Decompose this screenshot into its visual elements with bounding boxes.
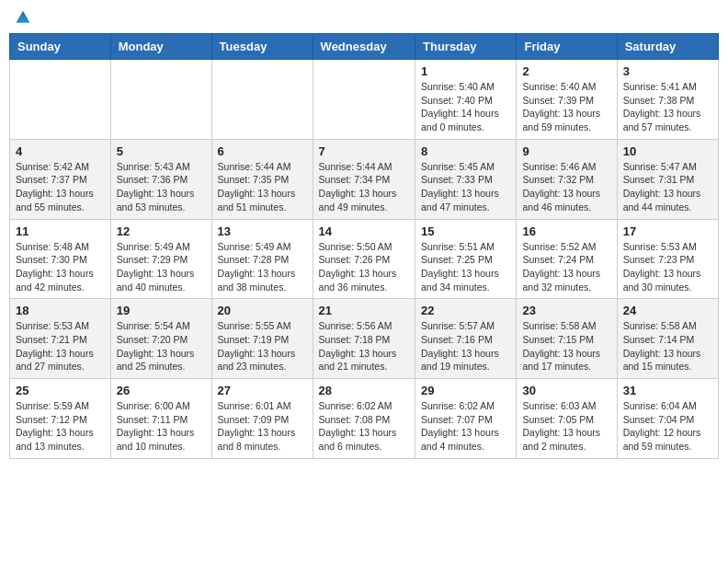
cell-day-number: 1 [421, 64, 510, 78]
day-header-monday: Monday [110, 34, 211, 60]
calendar-cell: 4Sunrise: 5:42 AM Sunset: 7:37 PM Daylig… [10, 139, 111, 219]
calendar-cell: 14Sunrise: 5:50 AM Sunset: 7:26 PM Dayli… [313, 219, 415, 299]
cell-day-number: 7 [319, 144, 409, 158]
calendar-cell: 21Sunrise: 5:56 AM Sunset: 7:18 PM Dayli… [313, 299, 415, 379]
day-header-sunday: Sunday [10, 34, 111, 60]
cell-day-number: 30 [522, 384, 610, 397]
cell-day-number: 9 [522, 144, 610, 158]
day-header-friday: Friday [517, 34, 617, 60]
calendar-cell: 22Sunrise: 5:57 AM Sunset: 7:16 PM Dayli… [415, 299, 517, 379]
calendar-cell [313, 60, 415, 140]
cell-info-text: Sunrise: 5:49 AM Sunset: 7:29 PM Dayligh… [117, 240, 206, 294]
svg-marker-1 [17, 14, 29, 22]
calendar-cell: 5Sunrise: 5:43 AM Sunset: 7:36 PM Daylig… [110, 139, 211, 219]
calendar-cell: 9Sunrise: 5:46 AM Sunset: 7:32 PM Daylig… [517, 139, 617, 219]
cell-day-number: 28 [319, 384, 409, 397]
cell-day-number: 22 [421, 304, 510, 317]
cell-day-number: 2 [522, 64, 610, 78]
cell-info-text: Sunrise: 5:44 AM Sunset: 7:35 PM Dayligh… [218, 160, 307, 214]
cell-info-text: Sunrise: 6:04 AM Sunset: 7:04 PM Dayligh… [623, 399, 712, 454]
cell-info-text: Sunrise: 5:51 AM Sunset: 7:25 PM Dayligh… [421, 240, 510, 294]
cell-day-number: 17 [623, 224, 712, 238]
cell-info-text: Sunrise: 5:40 AM Sunset: 7:39 PM Dayligh… [522, 80, 610, 134]
logo-icon [15, 9, 31, 26]
cell-info-text: Sunrise: 5:48 AM Sunset: 7:30 PM Dayligh… [16, 240, 105, 294]
cell-info-text: Sunrise: 6:02 AM Sunset: 7:08 PM Dayligh… [319, 399, 409, 454]
calendar-cell: 20Sunrise: 5:55 AM Sunset: 7:19 PM Dayli… [211, 299, 313, 379]
calendar-cell: 8Sunrise: 5:45 AM Sunset: 7:33 PM Daylig… [415, 139, 517, 219]
cell-info-text: Sunrise: 6:00 AM Sunset: 7:11 PM Dayligh… [117, 399, 206, 454]
cell-day-number: 6 [218, 144, 307, 158]
cell-day-number: 10 [623, 144, 712, 158]
cell-info-text: Sunrise: 5:42 AM Sunset: 7:37 PM Dayligh… [16, 160, 105, 214]
calendar-cell: 3Sunrise: 5:41 AM Sunset: 7:38 PM Daylig… [617, 60, 718, 140]
cell-day-number: 23 [522, 304, 610, 317]
cell-day-number: 5 [117, 144, 206, 158]
cell-info-text: Sunrise: 5:40 AM Sunset: 7:40 PM Dayligh… [421, 80, 510, 134]
cell-day-number: 20 [218, 304, 307, 317]
cell-info-text: Sunrise: 5:54 AM Sunset: 7:20 PM Dayligh… [117, 319, 206, 373]
calendar-cell: 13Sunrise: 5:49 AM Sunset: 7:28 PM Dayli… [211, 219, 313, 299]
logo [13, 9, 31, 26]
cell-day-number: 18 [16, 304, 105, 317]
cell-info-text: Sunrise: 5:43 AM Sunset: 7:36 PM Dayligh… [117, 160, 206, 214]
cell-day-number: 3 [623, 64, 712, 78]
calendar-cell [211, 60, 313, 140]
cell-day-number: 13 [218, 224, 307, 238]
cell-day-number: 16 [522, 224, 610, 238]
calendar-cell: 12Sunrise: 5:49 AM Sunset: 7:29 PM Dayli… [110, 219, 211, 299]
cell-info-text: Sunrise: 5:55 AM Sunset: 7:19 PM Dayligh… [218, 319, 307, 373]
calendar-cell: 31Sunrise: 6:04 AM Sunset: 7:04 PM Dayli… [617, 379, 718, 459]
page-header [9, 9, 719, 26]
cell-info-text: Sunrise: 5:53 AM Sunset: 7:21 PM Dayligh… [16, 319, 105, 373]
cell-day-number: 11 [16, 224, 105, 238]
calendar-cell: 24Sunrise: 5:58 AM Sunset: 7:14 PM Dayli… [617, 299, 718, 379]
calendar-cell: 6Sunrise: 5:44 AM Sunset: 7:35 PM Daylig… [211, 139, 313, 219]
calendar-week-2: 4Sunrise: 5:42 AM Sunset: 7:37 PM Daylig… [10, 139, 719, 219]
cell-day-number: 24 [623, 304, 712, 317]
day-header-saturday: Saturday [617, 34, 718, 60]
calendar-cell: 10Sunrise: 5:47 AM Sunset: 7:31 PM Dayli… [617, 139, 718, 219]
calendar-cell [10, 60, 111, 140]
calendar-cell: 30Sunrise: 6:03 AM Sunset: 7:05 PM Dayli… [517, 379, 617, 459]
day-header-tuesday: Tuesday [211, 34, 313, 60]
cell-day-number: 21 [319, 304, 409, 317]
cell-info-text: Sunrise: 5:47 AM Sunset: 7:31 PM Dayligh… [623, 160, 712, 214]
cell-info-text: Sunrise: 5:50 AM Sunset: 7:26 PM Dayligh… [319, 240, 409, 294]
calendar-week-3: 11Sunrise: 5:48 AM Sunset: 7:30 PM Dayli… [10, 219, 719, 299]
cell-info-text: Sunrise: 5:58 AM Sunset: 7:14 PM Dayligh… [623, 319, 712, 373]
cell-day-number: 26 [117, 384, 206, 397]
cell-info-text: Sunrise: 5:59 AM Sunset: 7:12 PM Dayligh… [16, 399, 105, 454]
calendar-cell: 1Sunrise: 5:40 AM Sunset: 7:40 PM Daylig… [415, 60, 517, 140]
cell-info-text: Sunrise: 5:58 AM Sunset: 7:15 PM Dayligh… [522, 319, 610, 373]
calendar-cell [110, 60, 211, 140]
calendar-cell: 11Sunrise: 5:48 AM Sunset: 7:30 PM Dayli… [10, 219, 111, 299]
cell-info-text: Sunrise: 5:53 AM Sunset: 7:23 PM Dayligh… [623, 240, 712, 294]
cell-info-text: Sunrise: 5:44 AM Sunset: 7:34 PM Dayligh… [319, 160, 409, 214]
cell-day-number: 14 [319, 224, 409, 238]
calendar-cell: 28Sunrise: 6:02 AM Sunset: 7:08 PM Dayli… [313, 379, 415, 459]
cell-info-text: Sunrise: 5:49 AM Sunset: 7:28 PM Dayligh… [218, 240, 307, 294]
cell-day-number: 4 [16, 144, 105, 158]
cell-info-text: Sunrise: 5:41 AM Sunset: 7:38 PM Dayligh… [623, 80, 712, 134]
cell-info-text: Sunrise: 5:46 AM Sunset: 7:32 PM Dayligh… [522, 160, 610, 214]
cell-day-number: 19 [117, 304, 206, 317]
calendar-cell: 23Sunrise: 5:58 AM Sunset: 7:15 PM Dayli… [517, 299, 617, 379]
calendar-cell: 29Sunrise: 6:02 AM Sunset: 7:07 PM Dayli… [415, 379, 517, 459]
cell-day-number: 27 [218, 384, 307, 397]
calendar-cell: 18Sunrise: 5:53 AM Sunset: 7:21 PM Dayli… [10, 299, 111, 379]
calendar-cell: 15Sunrise: 5:51 AM Sunset: 7:25 PM Dayli… [415, 219, 517, 299]
calendar-cell: 17Sunrise: 5:53 AM Sunset: 7:23 PM Dayli… [617, 219, 718, 299]
cell-info-text: Sunrise: 6:01 AM Sunset: 7:09 PM Dayligh… [218, 399, 307, 454]
cell-info-text: Sunrise: 6:02 AM Sunset: 7:07 PM Dayligh… [421, 399, 510, 454]
calendar-week-4: 18Sunrise: 5:53 AM Sunset: 7:21 PM Dayli… [10, 299, 719, 379]
calendar-cell: 7Sunrise: 5:44 AM Sunset: 7:34 PM Daylig… [313, 139, 415, 219]
calendar-cell: 16Sunrise: 5:52 AM Sunset: 7:24 PM Dayli… [517, 219, 617, 299]
calendar-table: SundayMondayTuesdayWednesdayThursdayFrid… [9, 33, 719, 459]
calendar-cell: 27Sunrise: 6:01 AM Sunset: 7:09 PM Dayli… [211, 379, 313, 459]
cell-info-text: Sunrise: 5:56 AM Sunset: 7:18 PM Dayligh… [319, 319, 409, 373]
cell-info-text: Sunrise: 5:52 AM Sunset: 7:24 PM Dayligh… [522, 240, 610, 294]
cell-info-text: Sunrise: 5:57 AM Sunset: 7:16 PM Dayligh… [421, 319, 510, 373]
cell-day-number: 15 [421, 224, 510, 238]
calendar-week-5: 25Sunrise: 5:59 AM Sunset: 7:12 PM Dayli… [10, 379, 719, 459]
